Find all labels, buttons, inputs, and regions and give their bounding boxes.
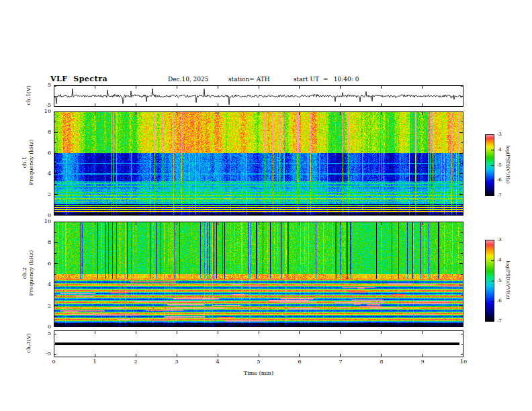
ch1-voltage-tick-label: 5 xyxy=(35,82,51,89)
vlf-spectra-figure: VLF Spectra Dec.10, 2025 station= ATH st… xyxy=(0,0,532,411)
colorbar1-tick-label: -7 xyxy=(497,193,509,198)
colorbar2-tick-label: -5 xyxy=(497,278,509,283)
ch2-frequency-axis-label: ch.2 Frequency (kHz) xyxy=(21,236,34,310)
ch1-frequency-tick-label: 8 xyxy=(35,129,51,136)
ch1-frequency-axis-label-line1: ch.1 xyxy=(21,126,28,199)
x-tick-label: 5 xyxy=(252,359,265,365)
ch3-voltage-axis-label: ch.3(V) xyxy=(26,310,32,377)
ch3-voltage-tick-label: -5 xyxy=(35,351,51,357)
ch1-frequency-tick-label: 6 xyxy=(35,150,51,156)
x-tick-label: 2 xyxy=(129,359,142,365)
ch3-waveform-canvas xyxy=(54,330,463,357)
colorbar1-tick-label: -3 xyxy=(497,132,509,137)
colorbar1-tick-label: -4 xyxy=(497,147,509,152)
ch1-frequency-tick-label: 2 xyxy=(35,191,51,198)
ch2-frequency-tick-label: 6 xyxy=(35,261,51,267)
x-tick-label: 7 xyxy=(334,359,347,365)
x-tick-label: 4 xyxy=(211,359,224,365)
figure-title: VLF Spectra xyxy=(50,75,107,83)
colorbar-1 xyxy=(485,134,494,196)
colorbar2-tick-label: -3 xyxy=(497,237,509,242)
colorbar2-tick-label: -4 xyxy=(497,257,509,263)
ch2-spectrogram-canvas xyxy=(54,222,463,327)
colorbar-2 xyxy=(485,240,494,322)
x-tick-label: 9 xyxy=(416,359,429,365)
header-date: Dec.10, 2025 xyxy=(168,76,209,83)
ch1-waveform-canvas xyxy=(54,85,463,107)
header-start-ut: start UT = 10:40: 0 xyxy=(294,76,359,83)
x-tick-label: 3 xyxy=(170,359,183,365)
x-tick-label: 10 xyxy=(457,359,470,365)
ch1-voltage-axis-label: ch.1(V) xyxy=(26,62,32,129)
ch2-frequency-axis-label-line2: Frequency (kHz) xyxy=(28,236,35,310)
ch2-frequency-tick-label: 4 xyxy=(35,281,51,288)
x-tick-label: 1 xyxy=(88,359,101,365)
ch1-frequency-axis-label-line2: Frequency (kHz) xyxy=(28,126,35,199)
colorbar1-tick-label: -6 xyxy=(497,177,509,183)
colorbar1-tick-label: -5 xyxy=(497,163,509,168)
ch1-spectrogram-canvas xyxy=(54,111,463,216)
x-tick-label: 8 xyxy=(375,359,388,365)
colorbar2-tick-label: -6 xyxy=(497,298,509,304)
header-station: station= ATH xyxy=(228,76,270,83)
ch2-frequency-axis-label-line1: ch.2 xyxy=(21,236,28,310)
ch2-frequency-tick-label: 8 xyxy=(35,239,51,246)
x-tick-label: 0 xyxy=(47,359,60,365)
colorbar2-tick-label: -7 xyxy=(497,318,509,324)
ch2-frequency-tick-label: 0 xyxy=(35,324,51,330)
x-tick-label: 6 xyxy=(293,359,306,365)
x-axis-title: Time (min) xyxy=(205,370,312,377)
ch1-frequency-tick-label: 4 xyxy=(35,171,51,177)
ch2-frequency-tick-label: 10 xyxy=(35,218,51,225)
ch1-frequency-axis-label: ch.1 Frequency (kHz) xyxy=(21,126,34,199)
ch2-frequency-tick-label: 2 xyxy=(35,303,51,310)
ch1-frequency-tick-label: 10 xyxy=(35,108,51,115)
ch3-voltage-tick-label: 5 xyxy=(35,330,51,337)
